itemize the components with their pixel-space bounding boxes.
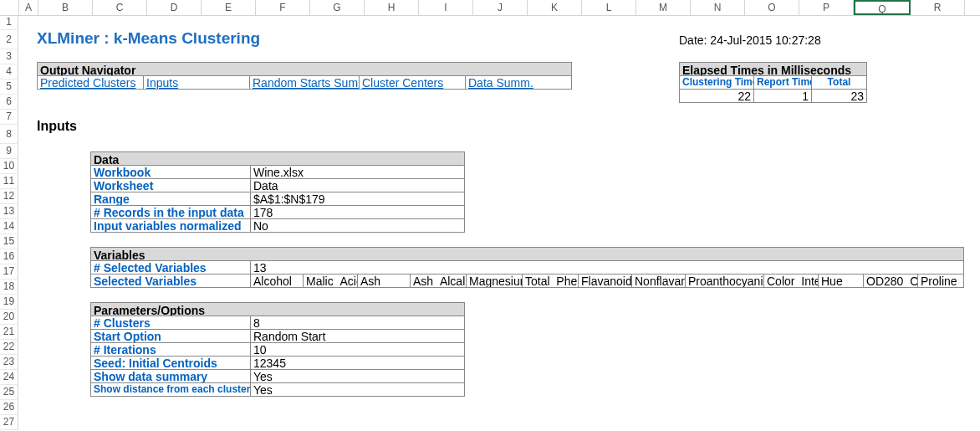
row-header-21[interactable]: 21: [0, 325, 18, 340]
row-header-23[interactable]: 23: [0, 355, 18, 370]
elapsed-val-total: 23: [811, 89, 867, 103]
col-header-P[interactable]: P: [799, 0, 854, 15]
row-header-27[interactable]: 27: [0, 415, 18, 430]
col-header-C[interactable]: C: [93, 0, 147, 15]
nav-predicted-clusters[interactable]: Predicted Clusters: [37, 75, 144, 90]
row-header-16[interactable]: 16: [0, 249, 18, 264]
col-header-D[interactable]: D: [147, 0, 202, 15]
row-header-5[interactable]: 5: [0, 80, 18, 95]
spreadsheet: A B C D E F G H I J K L M N O P Q R 1 2 …: [0, 0, 980, 431]
data-label-worksheet: Worksheet: [90, 178, 251, 192]
var-value-count: 13: [250, 260, 964, 275]
data-label-records: # Records in the input data: [90, 205, 251, 219]
var-label-selected: Selected Variables: [90, 274, 251, 288]
elapsed-col-report: Report Time: [753, 75, 812, 90]
param-label-clusters: # Clusters: [90, 316, 251, 330]
data-value-workbook: Wine.xlsx: [250, 165, 465, 179]
data-value-records: 178: [250, 205, 465, 219]
col-header-G[interactable]: G: [310, 0, 365, 15]
row-header-25[interactable]: 25: [0, 385, 18, 400]
date-text: Date: 24-Jul-2015 10:27:28: [679, 33, 888, 47]
col-header-H[interactable]: H: [365, 0, 419, 15]
row-header-6[interactable]: 6: [0, 95, 18, 110]
var-nonflavanoid: Nonflavanoid: [631, 274, 686, 288]
param-value-seed: 12345: [250, 356, 465, 370]
row-header-20[interactable]: 20: [0, 310, 18, 325]
row-header-11[interactable]: 11: [0, 174, 18, 189]
row-header-9[interactable]: 9: [0, 144, 18, 159]
nav-data-summ[interactable]: Data Summ.: [465, 75, 572, 90]
row-header-18[interactable]: 18: [0, 280, 18, 295]
row-header-22[interactable]: 22: [0, 340, 18, 355]
param-value-summary: Yes: [250, 369, 465, 383]
variables-header: Variables: [90, 247, 964, 261]
elapsed-col-total: Total: [811, 75, 867, 90]
nav-cluster-centers[interactable]: Cluster Centers: [359, 75, 466, 90]
var-flavanoids: Flavanoids: [578, 274, 632, 288]
var-od280: OD280_OD: [863, 274, 918, 288]
row-header-24[interactable]: 24: [0, 370, 18, 385]
data-value-worksheet: Data: [250, 178, 465, 192]
col-header-I[interactable]: I: [419, 0, 473, 15]
data-label-normalized: Input variables normalized: [90, 218, 251, 233]
row-header-1[interactable]: 1: [0, 15, 18, 30]
col-header-J[interactable]: J: [473, 0, 528, 15]
data-value-range: $A$1:$N$179: [250, 192, 465, 206]
column-headers: A B C D E F G H I J K L M N O P Q R: [0, 0, 980, 16]
col-header-N[interactable]: N: [691, 0, 745, 15]
var-ash: Ash: [357, 274, 411, 288]
row-header-26[interactable]: 26: [0, 400, 18, 415]
param-value-distance: Yes: [250, 382, 465, 397]
col-header-E[interactable]: E: [202, 0, 256, 15]
row-header-4[interactable]: 4: [0, 64, 18, 80]
elapsed-val-clustering: 22: [679, 89, 754, 103]
var-hue: Hue: [818, 274, 864, 288]
param-label-start: Start Option: [90, 329, 251, 343]
col-header-B[interactable]: B: [38, 0, 93, 15]
col-header-O[interactable]: O: [745, 0, 799, 15]
col-header-Q[interactable]: Q: [854, 0, 911, 15]
col-header-A[interactable]: A: [19, 0, 38, 15]
param-label-summary: Show data summary: [90, 369, 251, 383]
col-header-L[interactable]: L: [582, 0, 636, 15]
row-header-2[interactable]: 2: [0, 30, 18, 49]
param-label-distance: Show distance from each cluster: [90, 382, 251, 397]
row-header-19[interactable]: 19: [0, 295, 18, 310]
var-alcohol: Alcohol: [250, 274, 304, 288]
var-color-intensity: Color_Intensity: [763, 274, 819, 288]
param-value-clusters: 8: [250, 316, 465, 330]
elapsed-col-clustering: Clustering Time: [679, 75, 754, 90]
row-header-8[interactable]: 8: [0, 125, 18, 144]
row-header-14[interactable]: 14: [0, 219, 18, 234]
param-label-seed: Seed: Initial Centroids: [90, 356, 251, 370]
col-header-F[interactable]: F: [256, 0, 310, 15]
col-header-R[interactable]: R: [911, 0, 965, 15]
var-malic-acid: Malic_Acid: [303, 274, 358, 288]
var-total-phenols: Total_Phenols: [522, 274, 579, 288]
nav-random-starts[interactable]: Random Starts Summ.: [249, 75, 360, 90]
row-header-15[interactable]: 15: [0, 234, 18, 249]
data-value-normalized: No: [250, 218, 465, 233]
data-label-range: Range: [90, 192, 251, 206]
var-ash-alcalinity: Ash_Alcalinity: [410, 274, 467, 288]
row-header-12[interactable]: 12: [0, 189, 18, 204]
var-label-count: # Selected Variables: [90, 260, 251, 275]
var-magnesium: Magnesium: [466, 274, 523, 288]
col-header-K[interactable]: K: [528, 0, 582, 15]
param-value-iterations: 10: [250, 342, 465, 357]
param-value-start: Random Start: [250, 329, 465, 343]
page-title: XLMiner : k-Means Clustering: [37, 29, 371, 48]
data-label-workbook: Workbook: [90, 165, 251, 179]
inputs-section-title: Inputs: [37, 119, 120, 137]
row-header-7[interactable]: 7: [0, 110, 18, 125]
select-all-corner[interactable]: [0, 0, 19, 15]
row-header-3[interactable]: 3: [0, 49, 18, 64]
nav-inputs[interactable]: Inputs: [143, 75, 250, 90]
var-proanthocyanins: Proanthocyanins: [685, 274, 764, 288]
col-header-M[interactable]: M: [636, 0, 691, 15]
row-header-17[interactable]: 17: [0, 264, 18, 280]
row-header-13[interactable]: 13: [0, 204, 18, 219]
row-header-10[interactable]: 10: [0, 159, 18, 174]
var-proline: Proline: [917, 274, 964, 288]
elapsed-header: Elapsed Times in Milliseconds: [679, 62, 867, 76]
